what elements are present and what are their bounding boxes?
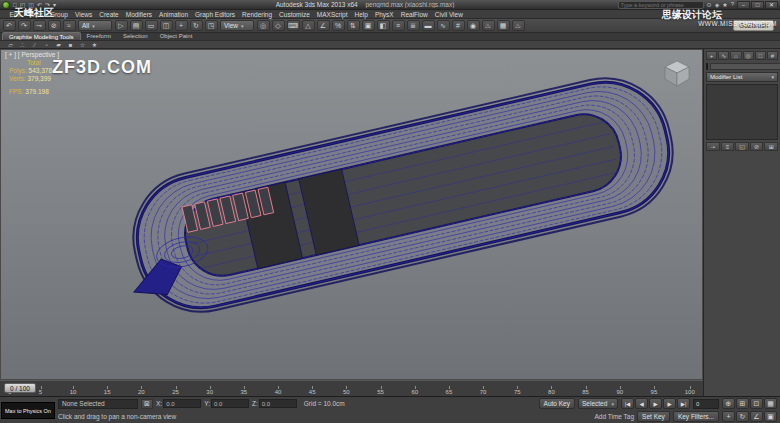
restore-button[interactable]: □: [751, 1, 764, 9]
spinner-snap-icon[interactable]: ⇅: [347, 20, 360, 31]
modifier-stack-list[interactable]: [706, 84, 778, 140]
element-subobject-icon[interactable]: ■: [66, 42, 75, 48]
menu-item[interactable]: Group: [46, 11, 71, 18]
keyboard-shortcut-override-icon[interactable]: ⌨: [287, 20, 300, 31]
application-menu-button[interactable]: [2, 1, 10, 9]
modify-selection-icon[interactable]: ☆: [78, 41, 87, 48]
auto-key-button[interactable]: Auto Key: [539, 398, 575, 409]
y-coordinate-field[interactable]: [211, 399, 249, 408]
zoom-all-icon[interactable]: ⊞: [736, 398, 749, 409]
select-object-icon[interactable]: ▷: [115, 20, 128, 31]
undo-icon[interactable]: ↶: [3, 20, 16, 31]
rendered-frame-window-icon[interactable]: ▦: [497, 20, 510, 31]
z-coordinate-field[interactable]: [259, 399, 297, 408]
search-icon[interactable]: ⊙: [706, 1, 713, 8]
tab-freeform[interactable]: Freeform: [81, 32, 117, 40]
menu-item[interactable]: Civil View: [431, 11, 466, 18]
menu-item[interactable]: Help: [351, 11, 371, 18]
menu-item[interactable]: Views: [71, 11, 95, 18]
max-to-physics-button[interactable]: Max to Physics On: [1, 402, 55, 419]
menu-item[interactable]: RealFlow: [397, 11, 431, 18]
menu-item[interactable]: Customize: [276, 11, 314, 18]
curve-editor-icon[interactable]: ∿: [437, 20, 450, 31]
save-file-icon[interactable]: ◫: [27, 1, 35, 9]
edge-subobject-icon[interactable]: ∕: [30, 42, 39, 48]
redo-icon[interactable]: ↷: [18, 20, 31, 31]
object-color-swatch[interactable]: [706, 63, 708, 70]
percent-snap-icon[interactable]: %: [332, 20, 345, 31]
key-filters-button[interactable]: Key Filters...: [673, 411, 719, 422]
zoom-region-icon[interactable]: ▦: [764, 398, 777, 409]
hierarchy-tab-icon[interactable]: ⌂: [730, 51, 741, 60]
zoom-icon[interactable]: ⊕: [722, 398, 735, 409]
time-slider-handle[interactable]: 0 / 100: [4, 383, 36, 393]
menu-item[interactable]: PhysX: [371, 11, 397, 18]
utilities-tab-icon[interactable]: #: [767, 51, 778, 60]
time-track-bar[interactable]: 0 / 100 05101520253035404550556065707580…: [0, 380, 703, 396]
reference-coordinate-system-dropdown[interactable]: View: [220, 20, 254, 31]
close-button[interactable]: ✕: [765, 1, 778, 9]
infocenter-search-input[interactable]: [618, 1, 704, 9]
show-end-result-icon[interactable]: ≡: [721, 142, 735, 151]
play-button[interactable]: ▶: [649, 398, 662, 409]
create-tab-icon[interactable]: +: [706, 51, 717, 60]
modify-tab-icon[interactable]: ∿: [718, 51, 729, 60]
menu-item[interactable]: Create: [96, 11, 123, 18]
polygon-modeling-panel-icon[interactable]: ▱: [6, 41, 15, 48]
display-tab-icon[interactable]: □: [755, 51, 766, 60]
maximize-viewport-toggle-icon[interactable]: ▣: [764, 411, 777, 422]
select-and-move-icon[interactable]: +: [175, 20, 188, 31]
undo-quick-icon[interactable]: ↶: [36, 1, 43, 9]
edit-named-selection-sets-icon[interactable]: ▣: [362, 20, 375, 31]
favorites-icon[interactable]: ★: [721, 1, 728, 8]
graphite-ribbon-toggle-icon[interactable]: ▬: [422, 20, 435, 31]
tab-object-paint[interactable]: Object Paint: [154, 32, 199, 40]
use-pivot-point-center-icon[interactable]: ◎: [257, 20, 270, 31]
open-file-icon[interactable]: ◰: [19, 1, 27, 9]
vertex-subobject-icon[interactable]: ∴: [18, 41, 27, 48]
viewcube[interactable]: [662, 58, 692, 88]
minimize-button[interactable]: –: [737, 1, 750, 9]
window-crossing-icon[interactable]: ◫: [160, 20, 173, 31]
material-editor-icon[interactable]: ◉: [467, 20, 480, 31]
lock-selection-icon[interactable]: ⊠: [141, 399, 153, 409]
make-unique-icon[interactable]: ◱: [735, 142, 749, 151]
motion-tab-icon[interactable]: ◎: [743, 51, 754, 60]
menu-item[interactable]: Rendering: [239, 11, 276, 18]
select-and-manipulate-icon[interactable]: ◇: [272, 20, 285, 31]
border-subobject-icon[interactable]: ▫: [42, 42, 51, 48]
redo-quick-icon[interactable]: ↷: [44, 1, 51, 9]
menu-item[interactable]: Animation: [156, 11, 192, 18]
schematic-view-icon[interactable]: #: [452, 20, 465, 31]
previous-frame-button[interactable]: ◀: [635, 398, 648, 409]
x-coordinate-field[interactable]: [163, 399, 201, 408]
goz-plugin-button[interactable]: GoZbrush: [733, 20, 774, 31]
pin-stack-icon[interactable]: ⊸: [706, 142, 720, 151]
tab-graphite-modeling-tools[interactable]: Graphite Modeling Tools: [2, 32, 81, 40]
add-time-tag[interactable]: Add Time Tag: [594, 413, 634, 420]
go-to-start-button[interactable]: |◀: [621, 398, 634, 409]
next-frame-button[interactable]: ▶: [663, 398, 676, 409]
align-icon[interactable]: ≡: [392, 20, 405, 31]
set-key-button[interactable]: Set Key: [637, 411, 670, 422]
modifier-list-dropdown[interactable]: Modifier List: [706, 72, 778, 82]
object-name-field[interactable]: [710, 63, 780, 70]
new-scene-icon[interactable]: □: [12, 1, 18, 9]
menu-item[interactable]: Tools: [24, 11, 46, 18]
bind-to-space-warp-icon[interactable]: ≈: [63, 20, 76, 31]
wireframe-model[interactable]: [1, 50, 703, 380]
perspective-viewport[interactable]: [ + ] [ Perspective ] Total Polys: 543,3…: [0, 49, 703, 380]
menu-item[interactable]: Modifiers: [122, 11, 155, 18]
edit-geometry-icon[interactable]: ★: [90, 41, 99, 48]
remove-modifier-icon[interactable]: ⊘: [750, 142, 764, 151]
layer-manager-icon[interactable]: ≣: [407, 20, 420, 31]
snaps-toggle-icon[interactable]: △: [302, 20, 315, 31]
selection-filter-dropdown[interactable]: All: [78, 20, 112, 31]
angle-snap-icon[interactable]: ∠: [317, 20, 330, 31]
render-setup-icon[interactable]: ♨: [482, 20, 495, 31]
select-by-name-icon[interactable]: ▤: [130, 20, 143, 31]
go-to-end-button[interactable]: ▶|: [677, 398, 690, 409]
menu-item[interactable]: MAXScript: [313, 11, 351, 18]
menu-item[interactable]: Edit: [6, 11, 24, 18]
render-production-icon[interactable]: ♨: [512, 20, 525, 31]
